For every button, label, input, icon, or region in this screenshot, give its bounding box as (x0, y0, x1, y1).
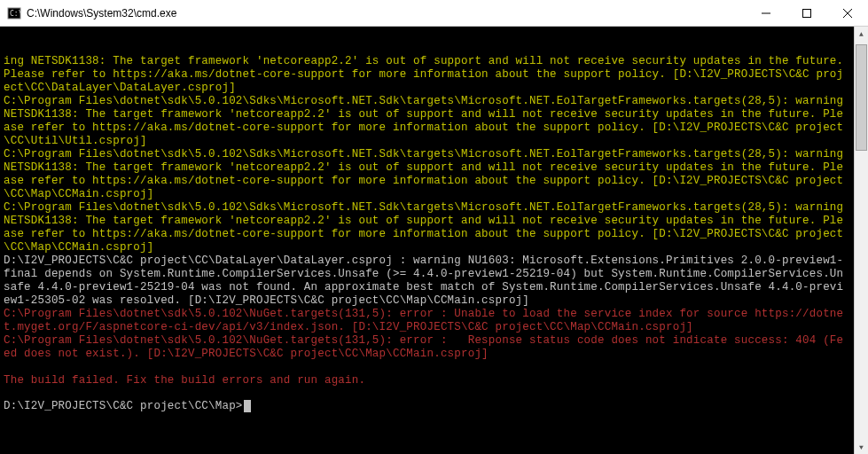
terminal-line: D:\I2V_PROJECTS\C&C project\CC\DataLayer… (4, 254, 848, 308)
cmd-icon: C:\ (7, 6, 21, 20)
terminal[interactable]: ing NETSDK1138: The target framework 'ne… (0, 27, 868, 454)
close-icon (843, 9, 852, 18)
svg-text:C:\: C:\ (10, 10, 21, 18)
window-controls (746, 0, 868, 26)
terminal-line: C:\Program Files\dotnet\sdk\5.0.102\NuGe… (4, 334, 848, 361)
maximize-button[interactable] (786, 0, 827, 26)
scroll-up-arrow[interactable]: ▲ (855, 27, 868, 41)
terminal-line (4, 361, 848, 374)
terminal-line: C:\Program Files\dotnet\sdk\5.0.102\Sdks… (4, 95, 848, 148)
terminal-content: ing NETSDK1138: The target framework 'ne… (4, 55, 848, 413)
titlebar[interactable]: C:\ C:\Windows\System32\cmd.exe (0, 0, 868, 27)
maximize-icon (802, 9, 811, 18)
terminal-line: C:\Program Files\dotnet\sdk\5.0.102\Sdks… (4, 201, 848, 254)
minimize-button[interactable] (746, 0, 786, 26)
terminal-line: C:\Program Files\dotnet\sdk\5.0.102\NuGe… (4, 308, 848, 334)
terminal-line: The build failed. Fix the build errors a… (4, 374, 848, 387)
svg-rect-3 (803, 9, 811, 17)
window-title: C:\Windows\System32\cmd.exe (27, 7, 746, 20)
cursor (244, 400, 251, 412)
scroll-down-arrow[interactable]: ▼ (855, 440, 868, 454)
close-button[interactable] (827, 0, 868, 26)
cmd-window: C:\ C:\Windows\System32\cmd.exe ing NETS… (0, 0, 868, 454)
prompt[interactable]: D:\I2V_PROJECTS\C&C project\CC\Map> (4, 400, 848, 413)
terminal-line: C:\Program Files\dotnet\sdk\5.0.102\Sdks… (4, 148, 848, 201)
scrollbar-thumb[interactable] (856, 44, 867, 151)
minimize-icon (762, 9, 770, 18)
terminal-line: ing NETSDK1138: The target framework 'ne… (4, 55, 848, 95)
vertical-scrollbar[interactable]: ▲ ▼ (854, 27, 868, 454)
